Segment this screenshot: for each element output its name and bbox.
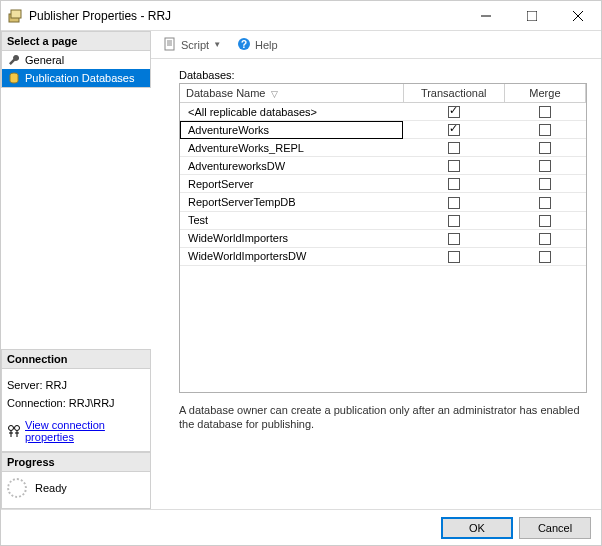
merge-cell[interactable] [504,175,585,193]
dialog-footer: OK Cancel [1,509,601,545]
script-button[interactable]: Script ▼ [157,35,227,55]
connection-header: Connection [1,349,151,369]
col-merge[interactable]: Merge [504,84,585,103]
connection-box: Server: RRJ Connection: RRJ\RRJ View con… [1,369,151,452]
progress-spinner-icon [7,478,27,498]
db-name-cell[interactable]: <All replicable databases> [180,103,403,121]
merge-checkbox[interactable] [539,178,551,190]
transactional-checkbox[interactable] [448,106,460,118]
help-button[interactable]: ? Help [231,35,284,55]
chevron-down-icon: ▼ [213,40,221,49]
transactional-cell[interactable] [403,211,504,229]
db-name-cell[interactable]: AdventureWorks [180,121,403,139]
script-label: Script [181,39,209,51]
minimize-button[interactable] [463,1,509,31]
content-area: Databases: Database Name ▽ Transactional… [151,59,601,509]
svg-text:?: ? [241,39,247,50]
transactional-cell[interactable] [403,103,504,121]
progress-status: Ready [35,482,67,494]
view-connection-link[interactable]: View connection properties [25,419,145,443]
table-row[interactable]: AdventureworksDW [180,157,586,175]
svg-rect-13 [165,38,174,50]
wrench-icon [7,53,21,67]
script-icon [163,37,177,53]
table-row[interactable]: AdventureWorks [180,121,586,139]
merge-cell[interactable] [504,193,585,211]
maximize-button[interactable] [509,1,555,31]
nav-item-publication-databases[interactable]: Publication Databases [2,69,150,87]
nav-item-label: General [25,54,64,66]
transactional-checkbox[interactable] [448,142,460,154]
db-name-cell[interactable]: AdventureWorks_REPL [180,139,403,157]
transactional-checkbox[interactable] [448,251,460,263]
transactional-checkbox[interactable] [448,233,460,245]
merge-checkbox[interactable] [539,142,551,154]
merge-cell[interactable] [504,121,585,139]
table-row[interactable]: AdventureWorks_REPL [180,139,586,157]
db-name-cell[interactable]: ReportServerTempDB [180,193,403,211]
progress-header: Progress [1,452,151,472]
transactional-checkbox[interactable] [448,215,460,227]
database-icon [7,71,21,85]
toolbar: Script ▼ ? Help [151,31,601,59]
table-row[interactable]: ReportServer [180,175,586,193]
svg-rect-1 [11,10,21,18]
transactional-cell[interactable] [403,121,504,139]
transactional-cell[interactable] [403,229,504,247]
sort-arrow-icon: ▽ [271,89,278,99]
svg-rect-3 [527,11,537,21]
merge-cell[interactable] [504,211,585,229]
cancel-button[interactable]: Cancel [519,517,591,539]
page-nav: GeneralPublication Databases [1,51,151,88]
db-name-cell[interactable]: WideWorldImportersDW [180,247,403,265]
merge-checkbox[interactable] [539,215,551,227]
transactional-checkbox[interactable] [448,178,460,190]
table-row[interactable]: WideWorldImporters [180,229,586,247]
col-database-name[interactable]: Database Name ▽ [180,84,403,103]
help-icon: ? [237,37,251,53]
transactional-cell[interactable] [403,193,504,211]
transactional-cell[interactable] [403,247,504,265]
table-row[interactable]: Test [180,211,586,229]
merge-checkbox[interactable] [539,197,551,209]
svg-point-8 [15,426,20,431]
transactional-checkbox[interactable] [448,160,460,172]
transactional-cell[interactable] [403,157,504,175]
left-panel: Select a page GeneralPublication Databas… [1,31,151,509]
transactional-checkbox[interactable] [448,124,460,136]
merge-checkbox[interactable] [539,233,551,245]
merge-cell[interactable] [504,247,585,265]
merge-checkbox[interactable] [539,124,551,136]
help-label: Help [255,39,278,51]
db-name-cell[interactable]: AdventureworksDW [180,157,403,175]
transactional-cell[interactable] [403,139,504,157]
table-row[interactable]: <All replicable databases> [180,103,586,121]
databases-grid[interactable]: Database Name ▽ Transactional Merge <All… [179,83,587,393]
merge-checkbox[interactable] [539,251,551,263]
ok-button[interactable]: OK [441,517,513,539]
merge-cell[interactable] [504,229,585,247]
hint-text: A database owner can create a publicatio… [179,403,587,432]
merge-checkbox[interactable] [539,106,551,118]
transactional-cell[interactable] [403,175,504,193]
select-page-header: Select a page [1,31,151,51]
table-row[interactable]: ReportServerTempDB [180,193,586,211]
db-name-cell[interactable]: Test [180,211,403,229]
db-name-cell[interactable]: ReportServer [180,175,403,193]
server-label: Server: RRJ [7,379,145,391]
titlebar: Publisher Properties - RRJ [1,1,601,31]
table-row[interactable]: WideWorldImportersDW [180,247,586,265]
merge-cell[interactable] [504,157,585,175]
nav-item-label: Publication Databases [25,72,134,84]
databases-label: Databases: [179,69,587,81]
transactional-checkbox[interactable] [448,197,460,209]
merge-cell[interactable] [504,103,585,121]
merge-cell[interactable] [504,139,585,157]
merge-checkbox[interactable] [539,160,551,172]
db-name-cell[interactable]: WideWorldImporters [180,229,403,247]
progress-box: Ready [1,472,151,509]
close-button[interactable] [555,1,601,31]
svg-point-7 [9,426,14,431]
nav-item-general[interactable]: General [2,51,150,69]
col-transactional[interactable]: Transactional [403,84,504,103]
